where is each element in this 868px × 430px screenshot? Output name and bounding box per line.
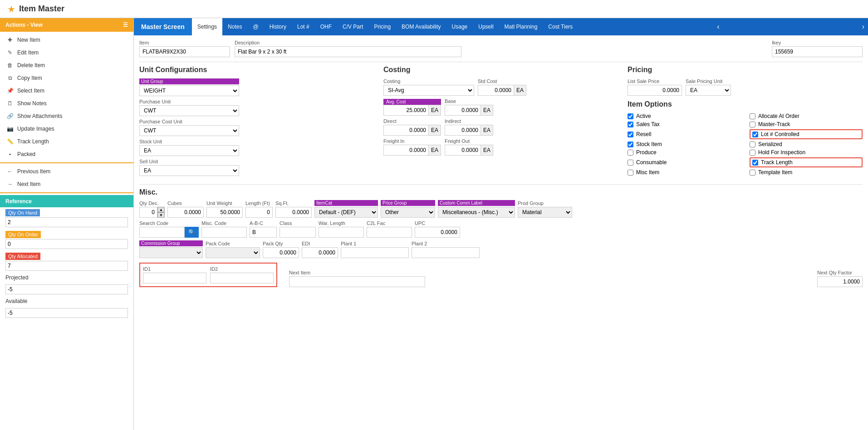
lot-controlled-checkbox[interactable] bbox=[752, 132, 758, 137]
sq-ft-input[interactable] bbox=[275, 207, 312, 218]
id2-input[interactable] bbox=[210, 273, 274, 283]
purchase-cost-unit-select[interactable]: CWT bbox=[139, 125, 239, 136]
pack-code-select[interactable] bbox=[206, 247, 260, 258]
qty-on-order-input[interactable] bbox=[5, 239, 128, 249]
sidebar-item-select-item[interactable]: 📌 Select Item bbox=[0, 84, 133, 97]
track-length-checkbox[interactable] bbox=[752, 160, 758, 166]
ikey-input[interactable] bbox=[772, 46, 863, 57]
qty-dec-down[interactable]: ▼ bbox=[157, 212, 165, 218]
tab-notes[interactable]: Notes bbox=[222, 18, 247, 35]
stock-unit-select[interactable]: EA bbox=[139, 145, 239, 156]
sidebar-item-copy-item[interactable]: ⧉ Copy Item bbox=[0, 72, 133, 84]
template-item-checkbox[interactable] bbox=[750, 170, 755, 176]
search-code-button[interactable]: 🔍 bbox=[185, 227, 199, 238]
direct-input[interactable] bbox=[383, 125, 429, 136]
prod-group-cell: Prod Group Material bbox=[518, 200, 572, 218]
war-length-input[interactable] bbox=[319, 227, 364, 238]
class-input[interactable] bbox=[280, 227, 316, 238]
sale-pricing-unit-select[interactable]: EA bbox=[686, 85, 731, 96]
plant2-input[interactable] bbox=[412, 247, 480, 258]
edi-input[interactable] bbox=[302, 247, 338, 258]
length-ft-label: Length (Ft) bbox=[245, 200, 273, 206]
master-track-checkbox[interactable] bbox=[750, 122, 755, 127]
costing-select[interactable]: SI-Avg bbox=[383, 85, 474, 96]
misc-item-checkbox[interactable] bbox=[628, 170, 633, 176]
master-screen-button[interactable]: Master Screen bbox=[134, 18, 192, 35]
sales-tax-checkbox[interactable] bbox=[628, 122, 633, 127]
tab-at[interactable]: @ bbox=[247, 18, 264, 35]
next-qty-factor-input[interactable] bbox=[817, 276, 863, 287]
item-input[interactable] bbox=[139, 46, 230, 57]
sidebar-item-packed[interactable]: ▪ Packed bbox=[0, 148, 133, 161]
cubes-input[interactable] bbox=[167, 207, 204, 218]
tab-usage[interactable]: Usage bbox=[446, 18, 473, 35]
unit-weight-input[interactable] bbox=[206, 207, 243, 218]
freight-out-input[interactable] bbox=[445, 145, 481, 156]
projected-input[interactable] bbox=[5, 284, 128, 294]
tab-ohf[interactable]: OHF bbox=[315, 18, 337, 35]
sidebar-item-update-images[interactable]: 📷 Update Images bbox=[0, 122, 133, 135]
item-field-group: Item bbox=[139, 40, 230, 57]
sidebar-item-show-notes[interactable]: 🗒 Show Notes bbox=[0, 97, 133, 110]
allocate-at-order-checkbox[interactable] bbox=[750, 113, 755, 119]
pack-qty-input[interactable] bbox=[263, 247, 299, 258]
custom-comm-select[interactable]: Miscellaneous - (Misc.) bbox=[438, 207, 515, 218]
sell-unit-select[interactable]: EA bbox=[139, 165, 239, 176]
length-ft-input[interactable] bbox=[245, 207, 273, 218]
prod-group-select[interactable]: Material bbox=[518, 207, 572, 218]
sidebar-item-delete-item[interactable]: 🗑 Delete Item bbox=[0, 59, 133, 72]
qty-dec-up[interactable]: ▲ bbox=[157, 207, 165, 212]
unit-weight-label: Unit Weight bbox=[206, 200, 243, 206]
qty-allocated-input[interactable] bbox=[5, 261, 128, 271]
abc-input[interactable] bbox=[250, 227, 277, 238]
misc-code-input[interactable] bbox=[201, 227, 247, 238]
tab-next-button[interactable]: › bbox=[858, 23, 868, 31]
search-code-input[interactable] bbox=[139, 227, 185, 238]
plant1-input[interactable] bbox=[341, 247, 409, 258]
avg-cost-unit: EA bbox=[429, 105, 441, 116]
tab-pricing[interactable]: Pricing bbox=[368, 18, 396, 35]
sidebar-item-show-attachments[interactable]: 🔗 Show Attachments bbox=[0, 110, 133, 122]
avg-cost-input[interactable] bbox=[383, 105, 429, 116]
base-input[interactable] bbox=[445, 105, 481, 116]
serialized-checkbox[interactable] bbox=[750, 142, 755, 147]
sidebar-item-next[interactable]: → Next Item bbox=[0, 178, 133, 191]
tab-cv-part[interactable]: C/V Part bbox=[337, 18, 368, 35]
tab-history[interactable]: History bbox=[264, 18, 292, 35]
price-group-select[interactable]: Other bbox=[381, 207, 435, 218]
menu-icon[interactable]: ☰ bbox=[123, 22, 128, 28]
commission-group-select[interactable] bbox=[139, 247, 203, 258]
hold-for-inspection-checkbox[interactable] bbox=[750, 150, 755, 156]
purchase-unit-select[interactable]: CWT bbox=[139, 105, 239, 116]
produce-checkbox[interactable] bbox=[628, 150, 633, 156]
sidebar-item-edit-item[interactable]: ✎ Edit Item bbox=[0, 46, 133, 59]
sidebar-item-new-item[interactable]: ✚ New Item bbox=[0, 34, 133, 46]
available-input[interactable] bbox=[5, 308, 128, 318]
c2l-fac-input[interactable] bbox=[367, 227, 412, 238]
qty-dec-input[interactable] bbox=[139, 207, 157, 218]
tab-prev-button[interactable]: ‹ bbox=[713, 23, 723, 31]
sidebar-item-previous[interactable]: ← Previous Item bbox=[0, 165, 133, 178]
description-input[interactable] bbox=[235, 46, 461, 57]
item-cat-select[interactable]: Default - (DEF) bbox=[314, 207, 378, 218]
tab-lot[interactable]: Lot # bbox=[292, 18, 315, 35]
std-cost-input[interactable] bbox=[478, 85, 514, 96]
next-item-input[interactable] bbox=[289, 276, 425, 287]
tab-matl-planning[interactable]: Matl Planning bbox=[499, 18, 543, 35]
tab-settings[interactable]: Settings bbox=[192, 18, 222, 35]
active-checkbox[interactable] bbox=[628, 113, 633, 119]
tab-bom[interactable]: BOM Availability bbox=[396, 18, 446, 35]
indirect-input[interactable] bbox=[445, 125, 481, 136]
qty-on-hand-input[interactable] bbox=[5, 217, 128, 227]
id1-input[interactable] bbox=[143, 273, 206, 283]
list-sale-price-input[interactable] bbox=[628, 85, 682, 96]
consumable-checkbox[interactable] bbox=[628, 160, 633, 166]
sidebar-item-track-length[interactable]: 📏 Track Length bbox=[0, 135, 133, 148]
freight-in-input[interactable] bbox=[383, 145, 429, 156]
tab-upsell[interactable]: Upsell bbox=[473, 18, 499, 35]
stock-item-checkbox[interactable] bbox=[628, 142, 633, 147]
upc-input[interactable] bbox=[415, 227, 460, 238]
unit-group-select[interactable]: WEIGHT bbox=[139, 85, 239, 96]
tab-cost-tiers[interactable]: Cost Tiers bbox=[543, 18, 578, 35]
resell-checkbox[interactable] bbox=[628, 132, 633, 137]
